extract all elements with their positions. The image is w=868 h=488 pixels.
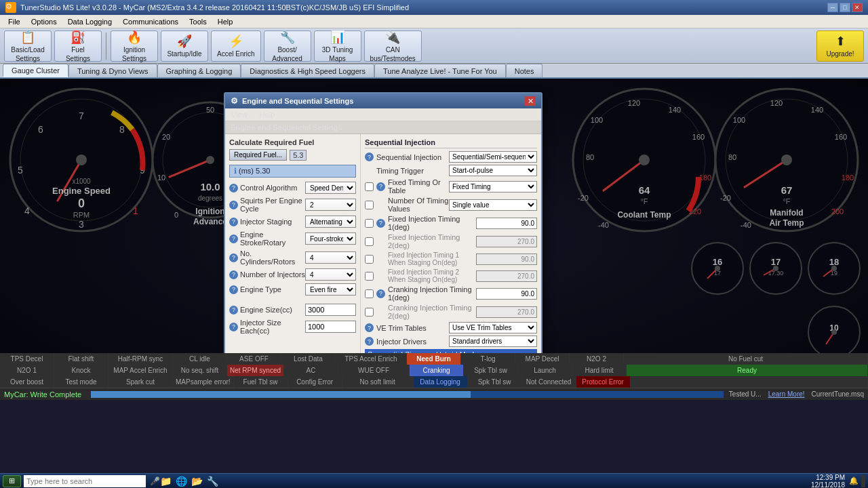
- ignition-button[interactable]: 🔥 Ignition Settings: [111, 30, 158, 62]
- fixed-inj-1-help-icon[interactable]: ?: [376, 219, 385, 228]
- injector-size-input[interactable]: [305, 321, 356, 333]
- squirts-help-icon[interactable]: ?: [229, 201, 238, 209]
- seq-injection-help-icon[interactable]: ?: [365, 152, 374, 161]
- ve-trim-help-icon[interactable]: ?: [365, 323, 374, 332]
- taskbar-icon-1[interactable]: 📁: [160, 476, 172, 487]
- fixed-inj-1-staging-input[interactable]: [476, 253, 537, 265]
- engine-stroke-help-icon[interactable]: ?: [229, 235, 238, 243]
- num-timing-values-checkbox[interactable]: [365, 201, 374, 209]
- injector-drivers-help-icon[interactable]: ?: [365, 337, 374, 346]
- accel-enrich-button[interactable]: ⚡ Accel Enrich: [211, 30, 261, 62]
- injector-size-help-icon[interactable]: ?: [229, 323, 238, 331]
- upgrade-label: Upgrade!: [826, 50, 854, 58]
- ignition-icon: 🔥: [127, 30, 142, 45]
- minimize-button[interactable]: ─: [827, 3, 838, 12]
- fuel-settings-button[interactable]: ⛽ Fuel Settings: [54, 30, 102, 62]
- ve-trim-select[interactable]: Use VE Trim Tables: [449, 322, 537, 333]
- tab-notes[interactable]: Notes: [506, 64, 543, 77]
- search-input[interactable]: [24, 475, 146, 487]
- injector-staging-help-icon[interactable]: ?: [229, 218, 238, 226]
- engine-size-help-icon[interactable]: ?: [229, 306, 238, 314]
- 3d-tuning-button[interactable]: 📊 3D Tuning Maps: [314, 30, 361, 62]
- fixed-inj-1-staging-checkbox[interactable]: [365, 255, 374, 264]
- timing-trigger-select[interactable]: Start-of-pulse: [449, 165, 537, 176]
- engine-size-input[interactable]: [305, 304, 356, 316]
- menu-file[interactable]: File: [3, 18, 26, 26]
- startup-idle-button[interactable]: 🚀 Startup/Idle: [161, 30, 208, 62]
- seq-injection-select[interactable]: Sequential/Semi-sequential: [449, 151, 537, 163]
- dialog-title-text: Engine and Sequential Settings: [242, 97, 353, 105]
- taskbar-icons: 📁 🌐 📂 🔧: [160, 476, 218, 487]
- control-algorithm-help-icon[interactable]: ?: [229, 184, 238, 192]
- menu-data-logging[interactable]: Data Logging: [62, 18, 117, 26]
- fixed-inj-2-staging-checkbox[interactable]: [365, 272, 374, 281]
- taskbar-time-value: 12:39 PM: [811, 474, 845, 481]
- fixed-timing-help-icon[interactable]: ?: [376, 182, 385, 191]
- num-injectors-select[interactable]: 4: [305, 268, 356, 281]
- learn-more-link[interactable]: Learn More!: [768, 390, 805, 398]
- cranking-inj-1-input[interactable]: [476, 288, 537, 300]
- tab-gauge-cluster[interactable]: Gauge Cluster: [3, 64, 68, 77]
- dialog-menu-view[interactable]: View: [229, 110, 250, 119]
- tab-diagnostics[interactable]: Diagnostics & High Speed Loggers: [241, 64, 374, 77]
- title-text: TunerStudio MS Lite! v3.0.28 - MyCar (MS…: [20, 3, 409, 12]
- basic-load-label1: Basic/Load: [11, 46, 44, 54]
- restore-button[interactable]: □: [840, 3, 850, 12]
- control-algorithm-select[interactable]: Speed Density: [305, 182, 356, 194]
- accel-label: Accel Enrich: [217, 50, 255, 58]
- num-injectors-row: ? Number of Injectors 4: [229, 268, 356, 281]
- cylinders-help-icon[interactable]: ?: [229, 253, 238, 262]
- num-timing-values-select[interactable]: Single value: [449, 199, 537, 211]
- fixed-inj-2-staging-input[interactable]: [476, 270, 537, 282]
- dialog-close-button[interactable]: ✕: [525, 96, 536, 106]
- fixed-timing-select[interactable]: Fixed Timing: [449, 181, 537, 192]
- fixed-inj-1-input[interactable]: [476, 218, 537, 229]
- can-bus-button[interactable]: 🔌 CAN bus/Testmodes: [364, 30, 422, 62]
- fuel-label1: Fuel: [71, 46, 84, 54]
- fixed-inj-2-staging-label: Fixed Injection Timing 2 When Staging On…: [388, 268, 476, 283]
- menu-help[interactable]: Help: [212, 18, 239, 26]
- status-need-burn: Need Burn: [407, 353, 461, 365]
- required-fuel-button[interactable]: Required Fuel...: [229, 149, 287, 161]
- cranking-inj-1-help-icon[interactable]: ?: [376, 289, 385, 298]
- taskbar-icon-4[interactable]: 🔧: [207, 476, 218, 487]
- close-button[interactable]: ✕: [852, 3, 863, 12]
- main-content: 7 8 9 6 5 4 3 1 x1000 Engine Speed 0 RPM: [0, 79, 868, 400]
- fixed-inj-2-input[interactable]: [476, 236, 537, 247]
- control-algorithm-row: ? Control Algorithm Speed Density: [229, 182, 356, 194]
- fixed-timing-checkbox[interactable]: [365, 182, 374, 191]
- tab-graphing-logging[interactable]: Graphing & Logging: [157, 64, 241, 77]
- cranking-inj-2-checkbox[interactable]: [365, 308, 374, 317]
- menu-options[interactable]: Options: [26, 18, 62, 26]
- progress-bar: [91, 391, 724, 398]
- upgrade-button[interactable]: ⬆ Upgrade!: [816, 30, 864, 62]
- start-button[interactable]: ⊞: [3, 475, 21, 487]
- squirts-per-cycle-select[interactable]: 2: [305, 199, 356, 211]
- basic-load-button[interactable]: 📋 Basic/Load Settings: [4, 30, 52, 62]
- engine-type-select[interactable]: Even fire: [305, 283, 356, 296]
- menu-communications[interactable]: Communications: [117, 18, 184, 26]
- cranking-inj-2-input[interactable]: [476, 306, 537, 318]
- dialog-menu-help[interactable]: Help: [258, 110, 277, 119]
- tab-tune-analyze[interactable]: Tune Analyze Live! - Tune For You: [374, 64, 506, 77]
- engine-type-help-icon[interactable]: ?: [229, 285, 238, 294]
- engine-stroke-select[interactable]: Four-stroke: [305, 232, 356, 245]
- tab-tuning-dyno[interactable]: Tuning & Dyno Views: [68, 64, 157, 77]
- basic-load-label2: Settings: [16, 55, 40, 62]
- injector-drivers-select[interactable]: Standard drivers: [449, 336, 537, 347]
- taskbar-icon-3[interactable]: 📂: [191, 476, 203, 487]
- boost-advanced-button[interactable]: 🔧 Boost/ Advanced: [264, 30, 311, 62]
- fixed-inj-2-checkbox[interactable]: [365, 237, 374, 246]
- status-empty: [631, 376, 868, 388]
- fixed-inj-1-checkbox[interactable]: [365, 219, 374, 228]
- taskbar-icon-2[interactable]: 🌐: [176, 476, 187, 487]
- status-t-log: T-log: [461, 353, 515, 365]
- cylinders-select[interactable]: 4: [305, 251, 356, 264]
- num-injectors-help-icon[interactable]: ?: [229, 270, 238, 279]
- injector-staging-select[interactable]: Alternating: [305, 216, 356, 228]
- can-bus-label1: CAN: [386, 46, 400, 54]
- injector-drivers-label: Injector Drivers: [376, 338, 449, 346]
- menu-tools[interactable]: Tools: [184, 18, 212, 26]
- status-row-1: TPS Decel Flat shift Half-RPM sync CL id…: [0, 353, 868, 365]
- cranking-inj-1-checkbox[interactable]: [365, 289, 374, 298]
